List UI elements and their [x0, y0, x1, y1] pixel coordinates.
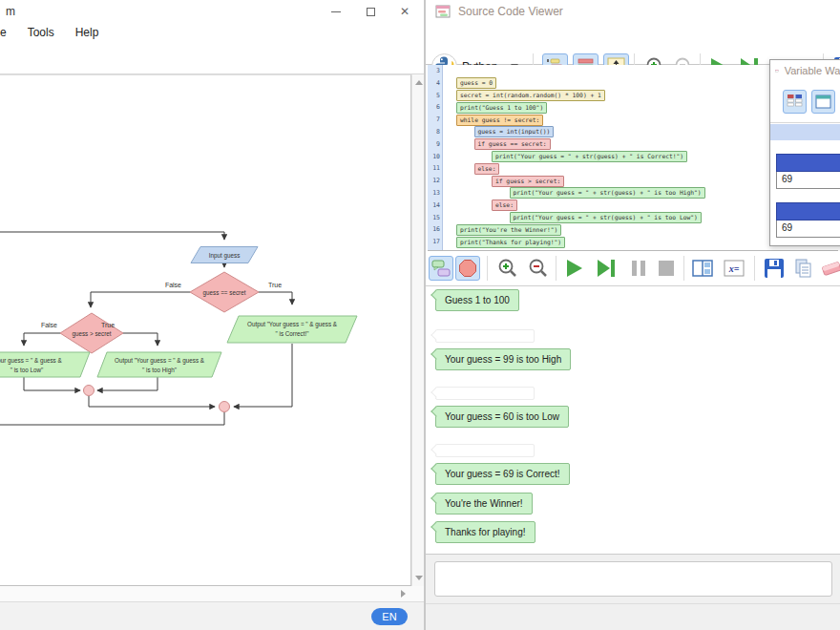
- line-number: 5: [428, 90, 440, 102]
- viewer-titlebar: Source Code Viewer: [426, 0, 840, 23]
- separator: [754, 256, 755, 281]
- code-statement: else:: [474, 163, 500, 175]
- line-number: 4: [428, 77, 440, 90]
- watch-group-header: [770, 124, 840, 140]
- window-layout-icon: [691, 258, 714, 279]
- console-output: Guess 1 to 100Your guess = 99 is too Hig…: [426, 286, 840, 554]
- clear-console-button[interactable]: [819, 256, 840, 281]
- stop-sign-toggle[interactable]: [455, 256, 480, 281]
- window-title: m: [6, 5, 15, 18]
- code-statement: print("Your guess = " + str(guess) + " i…: [492, 151, 687, 162]
- line-number: 6: [428, 101, 440, 114]
- variable-entries: 6969: [770, 140, 840, 245]
- menu-item-partial[interactable]: e: [0, 26, 17, 39]
- line-number: 13: [428, 187, 440, 200]
- flow-connector-node[interactable]: [84, 386, 94, 396]
- code-statement: if guess > secret:: [492, 176, 564, 187]
- console-pause-button-disabled[interactable]: [626, 256, 651, 281]
- code-statement: print("You're the Winner!"): [456, 224, 561, 236]
- line-number: 15: [428, 212, 440, 224]
- flowchart-canvas[interactable]: Input guess guess == secret False True g…: [0, 74, 411, 586]
- right-statusbar: [426, 603, 840, 630]
- console-input[interactable]: [434, 561, 832, 597]
- scroll-up-icon: [415, 80, 423, 85]
- window-controls: ✕: [319, 0, 422, 23]
- console-input-bubble: [435, 444, 535, 457]
- code-statement: while guess != secret:: [456, 115, 543, 126]
- console-output-bubble: Thanks for playing!: [435, 521, 536, 543]
- console-output-bubble: Your guess = 99 is too High: [435, 348, 571, 370]
- svg-text:x=: x=: [728, 263, 740, 274]
- flowchart-editor-window: m ✕ e Tools Help: [0, 0, 424, 630]
- flow-output-high-line2: " is too High": [142, 367, 177, 374]
- canvas-vertical-scrollbar[interactable]: [411, 74, 424, 586]
- variable-name-bar: [776, 202, 840, 220]
- copy-button[interactable]: [790, 256, 815, 281]
- variable-watch-title: Variable Watch: [785, 65, 840, 76]
- console-step-button[interactable]: [593, 256, 618, 281]
- flow-output-low-line1: "Your guess = " & guess &: [0, 357, 62, 365]
- code-statement: guess = int(input()): [474, 126, 555, 137]
- viewer-window-icon: [435, 5, 451, 18]
- console-zoom-in-button[interactable]: [495, 256, 520, 281]
- minimize-button[interactable]: [319, 0, 353, 23]
- play-icon: [562, 257, 585, 280]
- language-badge[interactable]: EN: [371, 608, 408, 625]
- console-window-layout-button[interactable]: [690, 256, 715, 281]
- line-number: 7: [428, 114, 440, 126]
- zoom-out-icon: [528, 258, 549, 279]
- code-statement: else:: [492, 200, 517, 211]
- branch-true-label: True: [268, 282, 282, 288]
- line-number: 9: [428, 138, 440, 151]
- line-number: 11: [428, 162, 440, 175]
- branch-false-label: False: [165, 282, 181, 288]
- flow-output-high-line1: Output "Your guess = " & guess &: [115, 357, 205, 365]
- speech-bubbles-toggle[interactable]: [429, 256, 453, 281]
- console-stop-button-disabled[interactable]: [654, 256, 679, 281]
- maximize-icon: [367, 8, 375, 16]
- variable-value: 69: [776, 220, 840, 238]
- console-output-bubble: You're the Winner!: [435, 493, 533, 514]
- source-code-viewer-window: Source Code Viewer Python: [426, 0, 840, 630]
- variable-watch-titlebar: Variable Watch: [770, 60, 840, 81]
- menu-item-help[interactable]: Help: [65, 26, 110, 39]
- code-statement: print("Thanks for playing!"): [456, 237, 565, 248]
- maximize-button[interactable]: [353, 0, 388, 23]
- flow-decision1-label: guess == secret: [203, 289, 246, 297]
- left-titlebar: m ✕: [0, 0, 424, 23]
- flowchart: Input guess guess == secret False True g…: [0, 75, 411, 586]
- flow-connector-node[interactable]: [220, 402, 230, 412]
- variable-entry: 69: [776, 202, 840, 238]
- viewer-title: Source Code Viewer: [458, 5, 563, 18]
- line-number: 16: [428, 223, 440, 236]
- separator: [487, 256, 488, 281]
- watch-list-view-icon: [786, 93, 804, 111]
- console-variable-watch-button[interactable]: x=: [722, 256, 746, 281]
- line-number: 12: [428, 175, 440, 187]
- menu-item-tools[interactable]: Tools: [17, 26, 65, 39]
- code-statement: guess = 0: [456, 77, 496, 89]
- copy-icon: [791, 257, 814, 280]
- canvas-horizontal-scrollbar[interactable]: [0, 586, 424, 601]
- branch-false-label: False: [41, 322, 57, 328]
- variable-value: 69: [776, 172, 840, 189]
- line-number: 14: [428, 200, 440, 212]
- console-zoom-out-button[interactable]: [526, 256, 551, 281]
- watch-window-view-button[interactable]: [811, 90, 835, 114]
- save-console-button[interactable]: [762, 256, 787, 281]
- variable-watch-toolbar: [770, 81, 840, 123]
- watch-list-view-button[interactable]: [783, 90, 807, 114]
- separator: [556, 256, 556, 281]
- flow-output-correct-line2: " is Correct!": [276, 330, 309, 337]
- watch-window-view-icon: [814, 93, 832, 111]
- console-output-bubble: Your guess = 60 is too Low: [435, 406, 569, 428]
- variable-entry: 69: [776, 154, 840, 189]
- line-number: 17: [428, 236, 440, 248]
- zoom-in-icon: [497, 258, 518, 279]
- step-forward-icon: [594, 257, 617, 280]
- console-output-bubble: Your guess = 69 is Correct!: [435, 463, 570, 485]
- stop-sign-icon: [457, 258, 478, 279]
- console-play-button[interactable]: [561, 256, 586, 281]
- speech-bubbles-icon: [430, 258, 452, 279]
- close-button[interactable]: ✕: [388, 0, 422, 23]
